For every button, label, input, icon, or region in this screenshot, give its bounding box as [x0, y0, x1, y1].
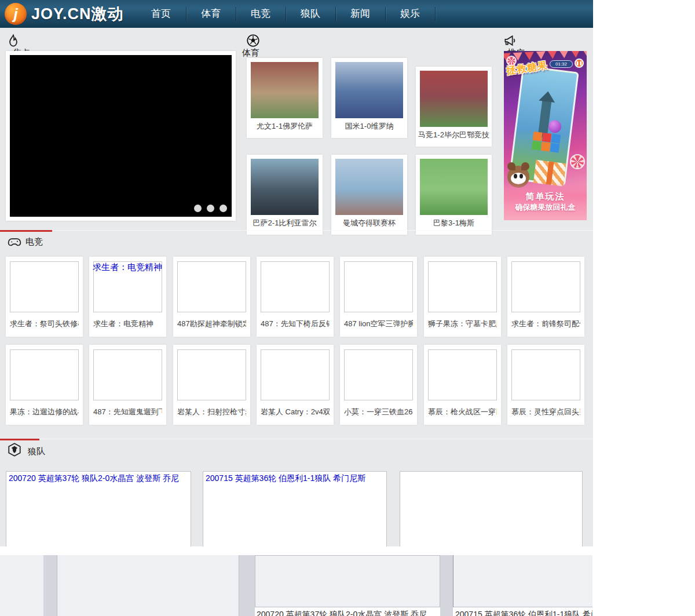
strip-separator: [43, 555, 57, 616]
strip-separator: [440, 555, 453, 616]
esports-section-title: 电竞: [25, 236, 43, 247]
broken-image-placeholder: [428, 261, 497, 312]
carousel-dot[interactable]: [194, 205, 202, 212]
bottom-video-caption[interactable]: 200720 英超第37轮 狼队2-0水晶宫 波登斯 乔尼: [257, 610, 440, 616]
strip-separator: [239, 555, 255, 616]
esports-video-card[interactable]: 岩某人：扫射控枪寸步: [173, 345, 250, 425]
esports-card-caption: 487：先知下椅后反钻: [261, 319, 330, 329]
flame-icon: [6, 34, 21, 49]
sports-thumbnail: [251, 62, 319, 118]
section-divider: [0, 230, 593, 231]
esports-video-card[interactable]: 慕辰：枪火战区一穿四: [424, 345, 501, 425]
esports-video-card[interactable]: 果冻：边遛边修的战斗: [6, 345, 83, 425]
sports-thumbnail: [420, 71, 488, 127]
video-placeholder[interactable]: [57, 555, 239, 616]
pause-button[interactable]: ❚❚: [575, 59, 584, 68]
broken-image-placeholder: [93, 349, 162, 400]
nav-item-wolves[interactable]: 狼队: [286, 7, 336, 21]
site-logo-text: JOY.CN激动: [31, 3, 124, 24]
broken-image-placeholder: [344, 349, 413, 400]
broken-image-placeholder: [511, 261, 580, 312]
broken-image-placeholder: [261, 261, 330, 312]
wolves-video-link[interactable]: 200715 英超第36轮 伯恩利1-1狼队 希门尼斯: [203, 472, 386, 486]
esports-video-card[interactable]: 487：先知遛鬼遛到飞: [89, 345, 166, 425]
nav-item-home[interactable]: 首页: [137, 7, 186, 21]
esports-card-caption: 岩某人 Catry：2v4双: [261, 407, 330, 417]
broken-image-placeholder: [428, 349, 497, 400]
bottom-video-strip: 200720 英超第37轮 狼队2-0水晶宫 波登斯 乔尼 200715 英超第…: [0, 546, 593, 616]
main-menu: 首页 体育 电竞 狼队 新闻 娱乐: [137, 0, 436, 28]
esports-card-caption: 487勘探超神牵制锁定: [177, 319, 246, 329]
ad-tagline-area: 简单玩法 确保糖果放回礼盒: [504, 182, 587, 220]
sports-card-caption: 马竞1-2毕尔巴鄂竞技: [416, 130, 492, 140]
nav-item-esports[interactable]: 电竞: [236, 7, 286, 21]
esports-card-caption: 慕辰：枪火战区一穿四: [428, 407, 497, 417]
nav-item-news[interactable]: 新闻: [336, 7, 386, 21]
video-placeholder[interactable]: [0, 555, 43, 616]
video-placeholder[interactable]: [255, 555, 440, 607]
soccer-ball-icon: [246, 33, 261, 48]
sports-thumbnail: [251, 159, 319, 215]
sports-video-card[interactable]: 曼城夺得联赛杯: [331, 155, 407, 235]
nav-item-entertainment[interactable]: 娱乐: [386, 7, 436, 21]
sports-card-caption: 尤文1-1佛罗伦萨: [247, 121, 323, 132]
carousel-dots: [194, 205, 227, 212]
sports-video-card[interactable]: 巴萨2-1比利亚雷尔: [247, 155, 323, 235]
video-placeholder[interactable]: [453, 555, 592, 607]
broken-image-placeholder: [511, 349, 580, 400]
esports-video-card[interactable]: 狮子果冻：守墓卡肥胖: [424, 257, 501, 337]
sports-card-caption: 巴萨2-1比利亚雷尔: [247, 218, 323, 228]
page-root: j JOY.CN激动 首页 体育 电竞 狼队 新闻 娱乐 焦点: [0, 0, 593, 616]
esports-card-caption: 求生者：祭司头铁修机: [10, 319, 79, 329]
esports-video-card[interactable]: 求生者：电竞精神 求生者：电竞精神: [89, 257, 166, 337]
sports-thumbnail: [420, 159, 488, 215]
broken-image-placeholder: [10, 349, 79, 400]
sports-card-caption: 曼城夺得联赛杯: [331, 218, 407, 228]
megaphone-icon: [503, 33, 518, 48]
nav-item-sports[interactable]: 体育: [186, 7, 236, 21]
site-logo[interactable]: j JOY.CN激动: [0, 3, 124, 25]
wolves-video-box[interactable]: 200720 英超第37轮 狼队2-0水晶宫 波登斯 乔尼: [6, 471, 191, 558]
esports-card-caption: 求生者：电竞精神: [93, 319, 162, 329]
featured-video-player[interactable]: [6, 51, 236, 221]
sports-video-card[interactable]: 马竞1-2毕尔巴鄂竞技: [416, 67, 492, 147]
sports-card-caption: 巴黎3-1梅斯: [416, 218, 492, 228]
esports-video-card[interactable]: 求生者：前锋祭司配合: [507, 257, 584, 337]
wolf-badge-icon: [7, 442, 22, 457]
wolves-accent-line: [0, 439, 39, 440]
video-screen: [10, 55, 232, 217]
esports-card-caption: 慕辰：灵性穿点回头望: [511, 407, 580, 417]
ad-tagline-line2: 确保糖果放回礼盒: [504, 202, 587, 213]
sports-video-card[interactable]: 尤文1-1佛罗伦萨: [247, 58, 323, 138]
sports-video-card[interactable]: 国米1-0维罗纳: [331, 58, 407, 138]
esports-video-card[interactable]: 487勘探超神牵制锁定: [173, 257, 250, 337]
esports-video-card[interactable]: 487 lion空军三弹护腕: [340, 257, 417, 337]
broken-image-placeholder: [177, 349, 246, 400]
broken-image-placeholder: [10, 261, 79, 312]
sports-thumbnail: [335, 159, 403, 215]
wolves-video-link[interactable]: 200720 英超第37轮 狼队2-0水晶宫 波登斯 乔尼: [6, 472, 191, 486]
esports-video-card[interactable]: 岩某人 Catry：2v4双: [257, 345, 334, 425]
broken-image-placeholder: [177, 261, 246, 312]
esports-accent-line: [0, 230, 52, 232]
esports-card-caption: 狮子果冻：守墓卡肥胖: [428, 319, 497, 329]
section-divider: [0, 439, 593, 439]
ad-timer-badge: 01:32: [550, 60, 573, 68]
esports-card-caption: 果冻：边遛边修的战斗: [10, 407, 79, 417]
esports-video-card[interactable]: 487：先知下椅后反钻: [257, 257, 334, 337]
sports-video-card[interactable]: 巴黎3-1梅斯: [416, 155, 492, 235]
wolves-video-box[interactable]: 200715 英超第36轮 伯恩利1-1狼队 希门尼斯: [203, 471, 387, 558]
wolves-video-box: [400, 471, 583, 558]
ad-tagline-line1: 简单玩法: [504, 191, 587, 202]
bottom-video-caption[interactable]: 200715 英超第36轮 伯恩利1-1狼队 希门尼斯: [455, 610, 592, 616]
broken-image-alt-link[interactable]: 求生者：电竞精神: [93, 262, 162, 273]
esports-video-card[interactable]: 小莫：一穿三铁血262: [340, 345, 417, 425]
esports-video-card[interactable]: 慕辰：灵性穿点回头望: [507, 345, 584, 425]
esports-video-card[interactable]: 求生者：祭司头铁修机: [6, 257, 83, 337]
gamepad-icon: [7, 234, 22, 249]
promo-ad-banner[interactable]: 拯救糖果 01:32 ❚❚ 简单玩法 确保糖果放回礼盒: [504, 51, 587, 220]
carousel-dot[interactable]: [207, 205, 214, 212]
broken-image-placeholder: [344, 261, 413, 312]
broken-image-placeholder: [261, 349, 330, 400]
carousel-dot[interactable]: [220, 205, 227, 212]
